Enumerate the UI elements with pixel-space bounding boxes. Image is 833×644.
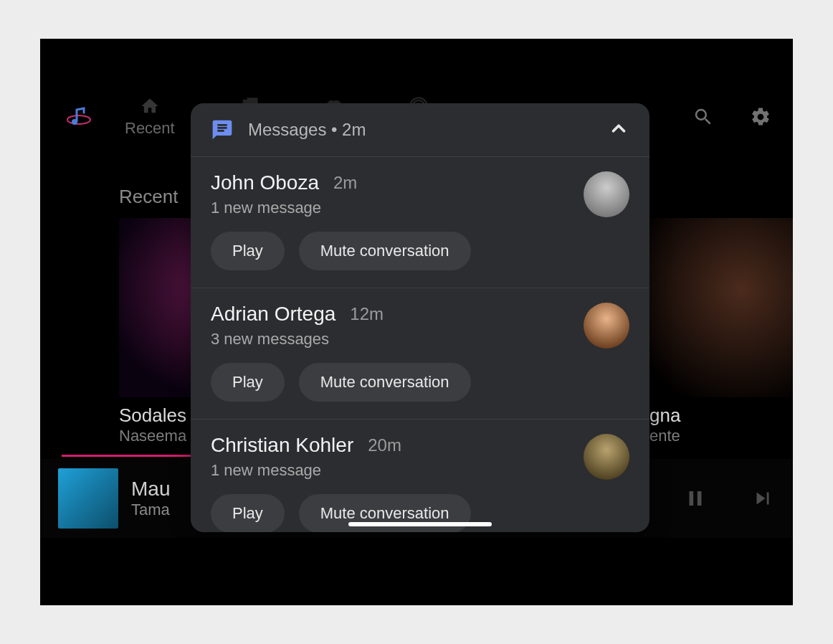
message-item[interactable]: Christian Kohler 20m 1 new message Play … [191,420,649,532]
notification-panel: Messages • 2m John Oboza 2m 1 new messag… [191,103,649,532]
message-time: 2m [333,173,357,193]
chat-icon [211,118,234,141]
svg-point-0 [67,115,90,124]
message-preview: 1 new message [211,199,629,217]
play-button[interactable]: Play [211,232,285,270]
album-art [649,218,793,397]
avatar [584,303,629,349]
message-sender: Christian Kohler [211,434,353,457]
tab-recent[interactable]: Recent [125,96,175,138]
message-time: 20m [368,435,401,455]
card[interactable]: gna ente [649,218,793,445]
mute-button[interactable]: Mute conversation [299,232,471,270]
home-icon [140,96,160,116]
section-title: Recent [119,186,178,208]
play-button[interactable]: Play [211,494,285,532]
mute-button[interactable]: Mute conversation [299,363,471,402]
message-sender: John Oboza [211,171,319,194]
avatar [584,434,629,480]
svg-point-1 [72,119,77,125]
panel-header: Messages • 2m [191,103,649,157]
play-button[interactable]: Play [211,363,285,402]
now-playing-title: Mau [131,478,170,501]
app-frame: Recent Recent Sodales Naseema gna [40,39,793,605]
app-logo [62,100,96,134]
search-icon[interactable] [692,106,714,128]
avatar [584,171,629,217]
message-item[interactable]: John Oboza 2m 1 new message Play Mute co… [191,157,649,288]
gear-icon[interactable] [750,106,771,128]
now-playing-subtitle: Tama [131,501,170,519]
skip-next-icon[interactable] [751,486,775,511]
pause-icon[interactable] [683,486,708,511]
now-playing-art[interactable] [58,468,118,529]
tab-label: Recent [125,119,175,138]
message-time: 12m [350,304,384,324]
panel-body[interactable]: John Oboza 2m 1 new message Play Mute co… [191,157,649,532]
message-preview: 1 new message [211,461,629,480]
message-item[interactable]: Adrian Ortega 12m 3 new messages Play Mu… [191,288,649,420]
message-sender: Adrian Ortega [211,303,335,326]
panel-title: Messages • 2m [248,120,594,140]
mute-button[interactable]: Mute conversation [299,494,471,532]
card-subtitle: ente [649,427,793,445]
drag-handle[interactable] [348,522,492,526]
chevron-up-icon[interactable] [608,118,629,142]
message-preview: 3 new messages [211,330,629,349]
card-title: gna [649,404,793,427]
